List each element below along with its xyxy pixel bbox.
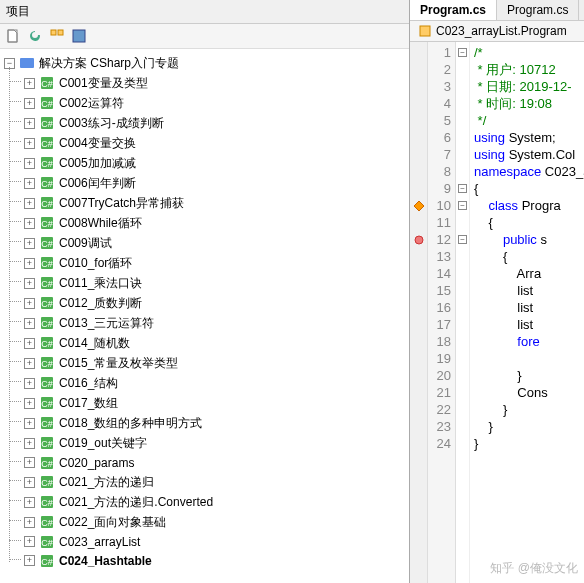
project-node[interactable]: +C#C023_arrayList <box>22 532 407 551</box>
expander-icon[interactable]: + <box>24 78 35 89</box>
project-node[interactable]: +C#C011_乘法口诀 <box>22 273 407 293</box>
expander-icon[interactable]: + <box>24 178 35 189</box>
project-node[interactable]: +C#C014_随机数 <box>22 333 407 353</box>
expander-icon[interactable]: + <box>24 358 35 369</box>
project-node[interactable]: +C#C013_三元运算符 <box>22 313 407 333</box>
project-node[interactable]: +C#C016_结构 <box>22 373 407 393</box>
expander-icon[interactable]: + <box>24 477 35 488</box>
code-line[interactable]: } <box>474 418 580 435</box>
expander-icon[interactable]: + <box>24 258 35 269</box>
code-line[interactable]: { <box>474 180 580 197</box>
collapse-icon[interactable] <box>48 27 66 45</box>
properties-icon[interactable] <box>70 27 88 45</box>
code-line[interactable]: Cons <box>474 384 580 401</box>
code-line[interactable]: /* <box>474 44 580 61</box>
code-line[interactable]: * 时间: 19:08 <box>474 95 580 112</box>
expander-icon[interactable]: + <box>24 318 35 329</box>
code-line[interactable]: */ <box>474 112 580 129</box>
expander-icon[interactable]: + <box>24 98 35 109</box>
expander-icon[interactable]: + <box>24 238 35 249</box>
expander-icon[interactable]: + <box>24 536 35 547</box>
code-line[interactable]: class Progra <box>474 197 580 214</box>
project-node[interactable]: +C#C020_params <box>22 453 407 472</box>
expander-icon[interactable]: + <box>24 278 35 289</box>
project-node[interactable]: +C#C015_常量及枚举类型 <box>22 353 407 373</box>
marker <box>410 435 427 452</box>
code-line[interactable] <box>474 350 580 367</box>
node-label: C005加加减减 <box>59 155 136 172</box>
code-line[interactable]: using System; <box>474 129 580 146</box>
refresh-icon[interactable] <box>26 27 44 45</box>
expander-icon[interactable]: + <box>24 118 35 129</box>
marker <box>410 146 427 163</box>
project-node[interactable]: +C#C002运算符 <box>22 93 407 113</box>
project-node[interactable]: +C#C003练习-成绩判断 <box>22 113 407 133</box>
project-node[interactable]: +C#C006闰年判断 <box>22 173 407 193</box>
project-node[interactable]: +C#C018_数组的多种申明方式 <box>22 413 407 433</box>
fold-toggle[interactable]: − <box>458 235 467 244</box>
code-editor[interactable]: 123456789101112131415161718192021222324 … <box>410 42 584 583</box>
code-line[interactable]: } <box>474 367 580 384</box>
code-line[interactable]: { <box>474 214 580 231</box>
project-node[interactable]: +C#C021_方法的递归 <box>22 472 407 492</box>
expander-icon[interactable]: + <box>24 198 35 209</box>
project-node[interactable]: +C#C022_面向对象基础 <box>22 512 407 532</box>
expander-icon[interactable]: + <box>24 218 35 229</box>
expander-icon[interactable]: + <box>24 497 35 508</box>
project-node[interactable]: +C#C010_for循环 <box>22 253 407 273</box>
expander-icon[interactable]: + <box>24 398 35 409</box>
project-node[interactable]: +C#C012_质数判断 <box>22 293 407 313</box>
doc-icon[interactable] <box>4 27 22 45</box>
expander-icon[interactable]: + <box>24 338 35 349</box>
csharp-project-icon: C# <box>39 115 55 131</box>
code-line[interactable]: list <box>474 316 580 333</box>
code-line[interactable]: public s <box>474 231 580 248</box>
expander-icon[interactable]: + <box>24 555 35 566</box>
code-line[interactable]: using System.Col <box>474 146 580 163</box>
project-node[interactable]: +C#C005加加减减 <box>22 153 407 173</box>
project-node[interactable]: +C#C008While循环 <box>22 213 407 233</box>
code-line[interactable]: Arra <box>474 265 580 282</box>
fold-toggle[interactable]: − <box>458 48 467 57</box>
code-line[interactable]: list <box>474 299 580 316</box>
tab-active[interactable]: Program.cs <box>410 0 497 20</box>
expander-icon[interactable]: + <box>24 378 35 389</box>
project-node[interactable]: +C#C021_方法的递归.Converted <box>22 492 407 512</box>
editor-tabs: Program.cs Program.cs <box>410 0 584 21</box>
line-number: 23 <box>428 418 451 435</box>
code-content[interactable]: /* * 用户: 10712 * 日期: 2019-12- * 时间: 19:0… <box>470 42 584 583</box>
code-line[interactable]: list <box>474 282 580 299</box>
expander-icon[interactable]: + <box>24 298 35 309</box>
project-node[interactable]: +C#C024_Hashtable <box>22 551 407 570</box>
project-node[interactable]: +C#C019_out关键字 <box>22 433 407 453</box>
code-line[interactable]: fore <box>474 333 580 350</box>
solution-tree[interactable]: − 解决方案 CSharp入门专题 +C#C001变量及类型+C#C002运算符… <box>0 49 409 583</box>
code-line[interactable]: } <box>474 435 580 452</box>
svg-text:C#: C# <box>41 179 53 189</box>
code-line[interactable]: } <box>474 401 580 418</box>
class-dropdown[interactable]: C023_arrayList.Program <box>410 21 584 42</box>
code-line[interactable]: * 日期: 2019-12- <box>474 78 580 95</box>
fold-toggle[interactable]: − <box>458 184 467 193</box>
code-line[interactable]: { <box>474 248 580 265</box>
tab-other[interactable]: Program.cs <box>497 0 579 20</box>
watermark: 知乎 @俺没文化 <box>490 560 578 577</box>
fold-toggle[interactable]: − <box>458 201 467 210</box>
expander-icon[interactable]: + <box>24 158 35 169</box>
expander-icon[interactable]: + <box>24 438 35 449</box>
project-node[interactable]: +C#C001变量及类型 <box>22 73 407 93</box>
code-line[interactable]: namespace C023_a <box>474 163 580 180</box>
solution-root[interactable]: − 解决方案 CSharp入门专题 <box>2 53 407 73</box>
project-node[interactable]: +C#C004变量交换 <box>22 133 407 153</box>
project-node[interactable]: +C#C009调试 <box>22 233 407 253</box>
csharp-project-icon: C# <box>39 455 55 471</box>
expander-icon[interactable]: + <box>24 457 35 468</box>
expander-icon[interactable]: + <box>24 138 35 149</box>
project-node[interactable]: +C#C017_数组 <box>22 393 407 413</box>
project-node[interactable]: +C#C007TryCatch异常捕获 <box>22 193 407 213</box>
expander-icon[interactable]: + <box>24 517 35 528</box>
fold-cell <box>456 214 469 231</box>
expander-icon[interactable]: + <box>24 418 35 429</box>
svg-rect-4 <box>20 58 34 68</box>
code-line[interactable]: * 用户: 10712 <box>474 61 580 78</box>
